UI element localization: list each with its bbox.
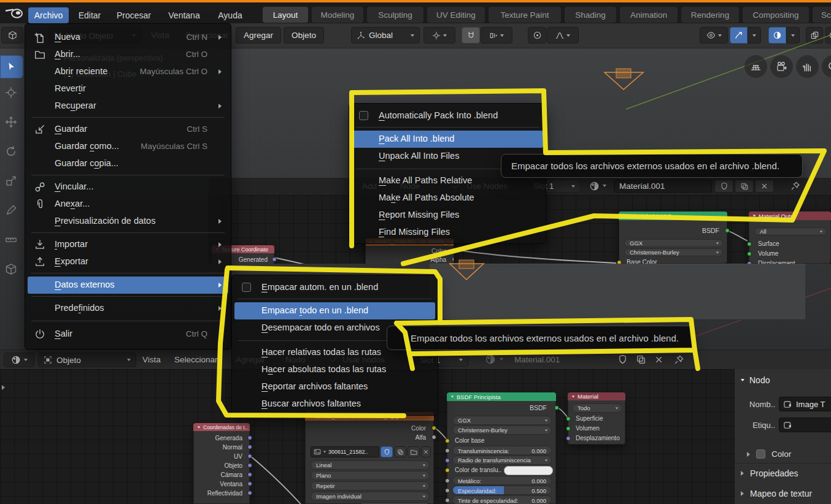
- socket-color-es[interactable]: [431, 426, 436, 430]
- proportional-edit-toggle[interactable]: [528, 27, 546, 44]
- tool-rotate[interactable]: [5, 145, 17, 158]
- editor-type-dropdown-es[interactable]: [4, 353, 34, 367]
- menu-item-previsualizacion[interactable]: Previsualización de datos: [28, 213, 228, 230]
- snap-toggle[interactable]: [462, 27, 480, 44]
- socket-radio[interactable]: [445, 458, 450, 463]
- socket-volumen[interactable]: [566, 426, 571, 431]
- nav-grid-button[interactable]: [744, 55, 767, 78]
- unlink-material-button-en[interactable]: [755, 180, 774, 193]
- socket-alfa-es[interactable]: [431, 435, 436, 440]
- gizmo-toggle[interactable]: [730, 27, 748, 44]
- socket-bsdf-out-es[interactable]: [554, 405, 559, 410]
- chevron-down-icon[interactable]: [603, 185, 606, 187]
- tool-annotate[interactable]: [5, 204, 17, 216]
- menu-item-anexar[interactable]: Anexar...: [28, 196, 228, 213]
- tool-move[interactable]: [5, 116, 17, 128]
- submenu-item-auto-pack[interactable]: Automatically Pack Into .blend: [352, 107, 543, 124]
- material-sphere-icon[interactable]: [485, 354, 496, 365]
- fake-user-button-es[interactable]: [617, 354, 628, 365]
- submenu-item-empacar-todo[interactable]: Empacar todo en un .blend: [234, 302, 435, 319]
- node-header[interactable]: BSDF Principista: [447, 392, 556, 401]
- pivot-point-dropdown[interactable]: [423, 27, 455, 44]
- specular-slider[interactable]: Especularidad:0.500: [452, 486, 552, 495]
- tab-animation[interactable]: Animation: [620, 7, 678, 23]
- menu-item-vincular[interactable]: Vincular...: [28, 178, 228, 196]
- fake-user-button-en[interactable]: [714, 180, 733, 193]
- menu-procesar[interactable]: Procesar: [110, 7, 157, 23]
- unlink-material-button-es[interactable]: [654, 355, 663, 364]
- viewport-menu-objeto[interactable]: Objeto: [284, 27, 324, 44]
- output-target-dropdown-en[interactable]: All: [754, 227, 827, 235]
- snap-with-dropdown[interactable]: [481, 27, 512, 44]
- tab-shading[interactable]: Shading: [565, 7, 616, 23]
- color-checkbox[interactable]: [756, 449, 765, 459]
- specular-tint-slider[interactable]: Tinte de especularidad:0.000: [452, 495, 552, 504]
- menu-item-guardar-copia[interactable]: Guardar copia...: [28, 155, 228, 172]
- menu-ventana[interactable]: Ventana: [162, 7, 206, 23]
- distribution-dropdown-es[interactable]: GGX: [452, 416, 552, 425]
- menu-item-datos-externos[interactable]: Datos externos: [28, 277, 228, 294]
- collapse-icon[interactable]: [623, 215, 626, 216]
- node-principled-bsdf-en[interactable]: Principled BSDF BSDF GGX Christensen-Bur…: [619, 212, 727, 264]
- extension-dropdown[interactable]: Repetir: [311, 481, 430, 491]
- socket-objeto[interactable]: [247, 463, 252, 468]
- menu-item-guardar-como[interactable]: Guardar como... Mayúsculas Ctrl S: [28, 138, 228, 155]
- socket-ventana[interactable]: [247, 481, 252, 486]
- socket-alpha-en[interactable]: [452, 257, 454, 262]
- menu-editar[interactable]: Editar: [72, 7, 107, 23]
- node-header[interactable]: Material Outp: [749, 212, 831, 220]
- nav-camera-button[interactable]: [770, 55, 793, 78]
- socket-uv[interactable]: [247, 454, 252, 459]
- output-target-dropdown-es[interactable]: Todo: [572, 403, 622, 413]
- node-header[interactable]: Coordenadas de t..: [193, 423, 250, 431]
- submenu-item-find-missing[interactable]: Find Missing Files: [352, 224, 543, 241]
- expand-icon[interactable]: [747, 452, 750, 457]
- checkbox-icon[interactable]: [242, 283, 251, 292]
- socket-color-translu[interactable]: [445, 468, 450, 473]
- tool-measure[interactable]: [5, 234, 17, 246]
- socket-transluminiscencia[interactable]: [445, 448, 450, 453]
- menu-item-exportar[interactable]: Exportar: [28, 253, 228, 270]
- submenu-item-pack-all[interactable]: Pack All Into .blend: [352, 131, 543, 148]
- menu-item-abrir-reciente[interactable]: Abrir reciente Mayúsculas Ctrl O: [28, 63, 228, 80]
- collapse-icon[interactable]: [451, 396, 454, 398]
- socket-generada[interactable]: [247, 435, 252, 440]
- submenu-item-buscar-faltantes[interactable]: Buscar archivos faltantes: [234, 395, 435, 413]
- subsurface-color-swatch[interactable]: [504, 466, 553, 475]
- node-material-output-es[interactable]: Material Todo Superficie Volumen Desplaz…: [568, 392, 625, 445]
- material-sphere-icon[interactable]: [589, 181, 600, 191]
- tool-scale[interactable]: [5, 175, 17, 187]
- metallic-slider[interactable]: Metálico:0.000: [452, 476, 552, 485]
- overlays-dropdown[interactable]: [786, 27, 800, 44]
- socket-especularidad[interactable]: [445, 488, 450, 493]
- tab-compositing[interactable]: Compositing: [743, 7, 809, 23]
- menu-item-salir[interactable]: Salir Ctrl Q: [28, 326, 228, 343]
- interpolation-dropdown[interactable]: Lineal: [311, 460, 430, 470]
- image-unlink-button[interactable]: [421, 446, 431, 457]
- submenu-item-report-missing[interactable]: Report Missing Files: [352, 207, 543, 224]
- shader-menu-vista-es[interactable]: Vista: [142, 355, 161, 364]
- subsurface-method-dropdown-es[interactable]: Christensen-Burley: [452, 426, 552, 435]
- socket-bsdf-out-en[interactable]: [725, 228, 730, 233]
- tab-uv-editing[interactable]: UV Editing: [427, 7, 485, 23]
- image-datablock-field[interactable]: 300611_21582..: [311, 446, 379, 457]
- subsurface-slider[interactable]: Transluminiscencia:0.000: [452, 446, 552, 455]
- socket-color-en[interactable]: [452, 248, 454, 253]
- sidebar-section-propiedades[interactable]: Propiedades: [741, 468, 798, 478]
- material-name-field-en[interactable]: Material.001: [614, 180, 712, 193]
- menu-item-revertir[interactable]: Revertir: [28, 80, 228, 97]
- tool-cursor[interactable]: [5, 86, 17, 99]
- gizmo-dropdown[interactable]: [748, 27, 761, 44]
- tool-add-cube[interactable]: [5, 263, 17, 275]
- proportional-falloff-dropdown[interactable]: [547, 27, 579, 44]
- image-fake-user-button[interactable]: [381, 446, 393, 457]
- transform-orientation-dropdown[interactable]: Global: [351, 27, 420, 44]
- collapse-icon[interactable]: [198, 426, 201, 428]
- submenu-item-empacar-autom[interactable]: Empacar autom. en un .blend: [234, 279, 435, 296]
- tab-sculpting[interactable]: Sculpting: [367, 7, 423, 23]
- shader-menu-seleccionar-es[interactable]: Seleccionar: [174, 355, 218, 364]
- overlays-toggle[interactable]: [768, 27, 786, 44]
- checkbox-icon[interactable]: [359, 111, 368, 120]
- new-material-button-es[interactable]: [636, 354, 646, 365]
- socket-normal[interactable]: [247, 445, 252, 449]
